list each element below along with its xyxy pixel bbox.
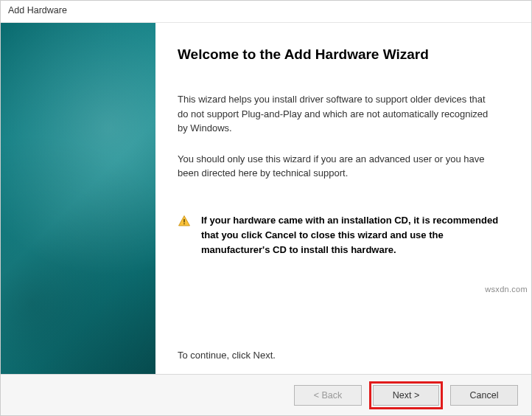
cancel-button[interactable]: Cancel (450, 385, 518, 406)
warning-icon (178, 215, 191, 228)
svg-rect-0 (183, 219, 185, 223)
page-title: Welcome to the Add Hardware Wizard (178, 46, 509, 63)
wizard-footer: < Back Next > Cancel (1, 374, 531, 415)
warning-text: If your hardware came with an installati… (201, 213, 502, 257)
warning-block: If your hardware came with an installati… (178, 213, 502, 257)
wizard-side-graphic (1, 23, 155, 374)
description-paragraph-1: This wizard helps you install driver sof… (178, 92, 494, 136)
wizard-body: Welcome to the Add Hardware Wizard This … (1, 23, 531, 374)
window-title: Add Hardware (8, 5, 67, 15)
titlebar: Add Hardware (1, 1, 531, 23)
svg-rect-1 (183, 223, 185, 224)
wizard-content: Welcome to the Add Hardware Wizard This … (155, 23, 531, 374)
description-paragraph-2: You should only use this wizard if you a… (178, 152, 494, 181)
add-hardware-wizard-window: Add Hardware Welcome to the Add Hardware… (0, 0, 532, 416)
continue-instruction: To continue, click Next. (178, 350, 509, 361)
next-button[interactable]: Next > (373, 385, 439, 406)
back-button: < Back (294, 385, 362, 406)
next-button-highlight: Next > (369, 381, 443, 409)
